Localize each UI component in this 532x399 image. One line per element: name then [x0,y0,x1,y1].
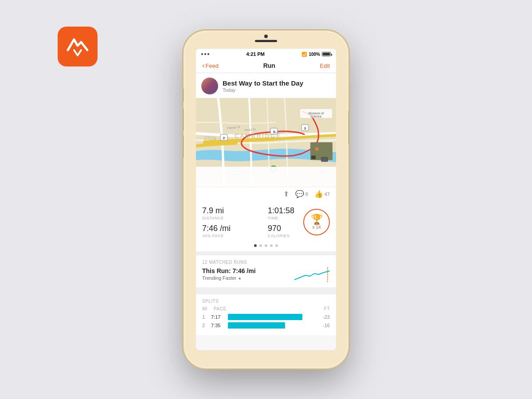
page-dot-5[interactable] [275,244,278,247]
split-1-bar [228,314,302,320]
splits-title: SPLITS [202,299,330,304]
signal-dot-2 [204,53,206,55]
svg-text:Museum of: Museum of [309,112,324,115]
time-label: TIME [268,216,299,220]
comment-icon: 💬 [295,190,304,198]
matched-run-trend: Trending Faster ▲ [202,275,256,281]
pace-stat: 7:46 /mi AVG PACE [202,224,264,238]
thumbs-up-icon: 👍 [314,190,323,198]
phone-speaker [255,40,277,42]
split-2-bar-container [228,322,316,329]
phone-silent-btn [182,89,184,102]
nav-bar: ‹ Feed Run Edit [196,59,336,73]
avatar-image [201,78,218,94]
battery-pct-label: 100% [309,52,320,57]
page-dot-1[interactable] [254,244,257,247]
splits-col-mi: MI [202,306,207,311]
split-row-2: 2 7:35 -16 [202,322,330,329]
pace-value: 7:46 /mi [202,224,264,233]
page-dots [196,242,336,251]
signal-dot-3 [207,53,209,55]
svg-text:STON: STON [204,136,216,141]
battery-fill [323,53,330,55]
app-icon [58,27,98,66]
matched-run-value: This Run: 7:46 /mi [202,267,256,274]
activity-info: Best Way to Start the Day Today [223,79,303,93]
split-1-mi: 1 [202,314,208,320]
distance-label: DISTANCE [202,216,264,220]
share-action[interactable]: ⬆ [283,190,289,198]
battery-icon [322,52,331,56]
calories-value: 970 [268,224,299,233]
activity-title: Best Way to Start the Day [223,79,303,87]
comments-count: 8 [305,192,308,197]
trend-up-icon: ▲ [238,276,242,280]
status-bar: 4:21 PM 📶 100% [196,49,336,59]
matched-run-info: This Run: 7:46 /mi Trending Faster ▲ [202,267,256,281]
avatar[interactable] [201,78,218,94]
splits-section: SPLITS MI PACE FT 1 7:17 -23 2 7:35 [196,291,336,335]
likes-action[interactable]: 👍 47 [314,190,330,198]
action-bar: ⬆ 💬 8 👍 47 [196,187,336,201]
split-row-1: 1 7:17 -23 [202,314,330,320]
trend-chart [294,267,330,283]
splits-divider [196,287,336,291]
status-time: 4:21 PM [246,51,265,57]
trophy-count: x 14 [313,225,321,230]
status-signal [201,53,209,55]
signal-dot-1 [201,53,203,55]
splits-header: MI PACE FT [202,306,330,311]
splits-col-ft: FT [324,306,330,311]
phone-screen: 4:21 PM 📶 100% ‹ Feed Run Edit [196,49,336,350]
split-2-ft: -16 [318,323,330,328]
stats-grid: 7.9 mi DISTANCE 1:01:58 TIME 7:46 /mi AV… [202,206,330,238]
nav-edit-button[interactable]: Edit [320,63,330,69]
pace-label: AVG PACE [202,234,264,238]
phone-vol-down-btn [182,135,184,157]
svg-text:Science: Science [311,115,322,118]
distance-stat: 7.9 mi DISTANCE [202,206,264,220]
svg-point-13 [315,147,319,151]
phone-frame: 4:21 PM 📶 100% ‹ Feed Run Edit [184,31,348,368]
phone-vol-up-btn [182,109,184,131]
share-icon: ⬆ [283,190,289,198]
phone-top-bar [184,35,348,42]
svg-text:2: 2 [223,136,225,140]
svg-rect-14 [311,156,316,159]
map-area[interactable]: 2 3 3 CAMBRIDGE Museum of Science 5 [196,98,336,187]
nav-back-label: Feed [205,63,219,69]
chevron-left-icon: ‹ [202,62,204,69]
time-value: 1:01:58 [268,206,299,215]
page-dot-2[interactable] [259,244,262,247]
matched-runs-title: 12 MATCHED RUNS [202,260,330,265]
split-1-pace: 7:17 [211,314,225,320]
bluetooth-icon: 📶 [301,52,307,57]
matched-runs-section: 12 MATCHED RUNS This Run: 7:46 /mi Trend… [196,255,336,287]
matched-runs-content: This Run: 7:46 /mi Trending Faster ▲ [202,267,330,283]
split-2-bar [228,322,285,329]
split-2-mi: 2 [202,323,208,328]
trend-label: Trending Faster [202,275,236,281]
trophy-badge[interactable]: 🏆 x 14 [303,209,330,235]
page-dot-4[interactable] [270,244,273,247]
svg-rect-16 [321,157,328,162]
nav-title: Run [263,62,275,69]
trophy-icon: 🏆 [311,215,323,224]
page-dot-3[interactable] [265,244,267,247]
split-2-pace: 7:35 [211,323,225,328]
activity-subtitle: Today [223,87,303,93]
splits-col-pace: PACE [214,306,227,311]
likes-count: 47 [325,192,330,197]
comments-action[interactable]: 💬 8 [295,190,308,198]
split-1-ft: -23 [318,314,330,320]
nav-back-button[interactable]: ‹ Feed [202,62,219,69]
split-1-bar-container [228,314,316,320]
svg-rect-25 [196,167,336,187]
phone-camera [264,35,268,38]
section-divider [196,251,336,255]
status-right-icons: 📶 100% [301,52,331,57]
stats-area: 7.9 mi DISTANCE 1:01:58 TIME 7:46 /mi AV… [196,201,336,242]
activity-header: Best Way to Start the Day Today [196,73,336,98]
distance-value: 7.9 mi [202,206,264,215]
phone-power-btn [348,111,350,144]
